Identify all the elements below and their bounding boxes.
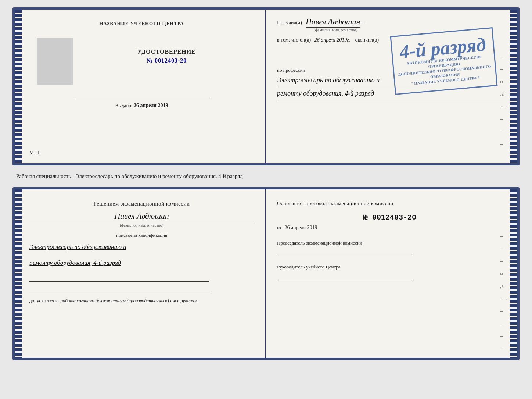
chairman-label: Председатель экзаменационной комиссии	[277, 239, 503, 247]
director-label: Руководитель учебного Центра	[277, 263, 503, 271]
profession-text-line2: ремонту оборудования, 4-й разряд	[277, 89, 503, 100]
bottom-right-dashes: – – – и ,а ←- – – – –	[500, 234, 507, 352]
bottom-person-name: Павел Авдюшин	[29, 211, 254, 221]
osnov-title: Основание: протокол экзаменационной коми…	[277, 200, 503, 207]
vtom-prefix: в том, что он(а)	[277, 37, 311, 43]
bottom-right-page: Основание: протокол экзаменационной коми…	[266, 189, 517, 358]
sig-line-1	[29, 274, 209, 282]
right-spine-stripes	[510, 10, 517, 163]
director-sig-line	[277, 273, 412, 280]
mp-label: М.П.	[29, 150, 40, 156]
osnov-date-line: от 26 апреля 2019	[277, 225, 503, 231]
assigned-label: присвоена квалификация	[29, 232, 254, 238]
bottom-left-page: Решением экзаменационной комиссии Павел …	[15, 189, 266, 358]
issued-date: 26 апреля 2019	[134, 103, 168, 108]
photo-placeholder	[37, 38, 73, 85]
issued-line: Выдано 26 апреля 2019	[115, 103, 168, 108]
signature-lines	[29, 274, 254, 292]
osnov-number: № 0012403-20	[277, 213, 503, 222]
qualification-line2: ремонту оборудования, 4-й разряд	[29, 258, 254, 268]
recipient-name: Павел Авдюшин	[306, 17, 360, 28]
chairman-sig-line	[277, 249, 412, 256]
qualification-line1: Электрослесарь по обслуживанию и	[29, 242, 254, 252]
top-doc-right-page: Получил(а) Павел Авдюшин – (фамилия, имя…	[266, 10, 517, 163]
top-doc-left-page: НАЗВАНИЕ УЧЕБНОГО ЦЕНТРА УДОСТОВЕРЕНИЕ №…	[15, 10, 266, 163]
bottom-document: Решением экзаменационной комиссии Павел …	[12, 187, 520, 360]
vtom-ended: окончил(а)	[355, 37, 379, 43]
middle-text: Рабочая специальность - Электрослесарь п…	[12, 172, 520, 181]
osnov-date-prefix: от	[277, 225, 282, 230]
sig-line-2	[29, 284, 209, 292]
osnov-date: 26 апреля 2019	[284, 225, 317, 230]
allowed-line: допускается к работе согласно должностны…	[29, 298, 254, 304]
right-dashes: – – и ,а ←- – – –	[500, 54, 507, 147]
top-document: НАЗВАНИЕ УЧЕБНОГО ЦЕНТРА УДОСТОВЕРЕНИЕ №…	[12, 7, 520, 165]
vtom-date: 26 апреля 2019г.	[314, 37, 350, 43]
middle-text-content: Рабочая специальность - Электрослесарь п…	[16, 173, 243, 179]
top-left-title: НАЗВАНИЕ УЧЕБНОГО ЦЕНТРА	[99, 21, 184, 26]
dash1: –	[362, 20, 365, 26]
bottom-right-spine	[510, 189, 517, 358]
cert-number: № 0012403-20	[147, 57, 187, 64]
allowed-text: работе согласно должностным (производств…	[60, 298, 197, 303]
recipient-prefix: Получил(а)	[277, 20, 302, 26]
stamp-overlay: 4-й разряд АВТОНОМНУЮ НЕКОММЕРЧЕСКУЮ ОРГ…	[390, 27, 498, 95]
bottom-person-sub: (фамилия, имя, отчество)	[29, 222, 254, 227]
recipient-row: Получил(а) Павел Авдюшин –	[277, 17, 503, 28]
cert-label: УДОСТОВЕРЕНИЕ	[137, 49, 196, 55]
issued-label: Выдано	[115, 103, 131, 108]
decision-title: Решением экзаменационной комиссии	[29, 200, 254, 208]
allowed-label: допускается к	[29, 298, 58, 303]
